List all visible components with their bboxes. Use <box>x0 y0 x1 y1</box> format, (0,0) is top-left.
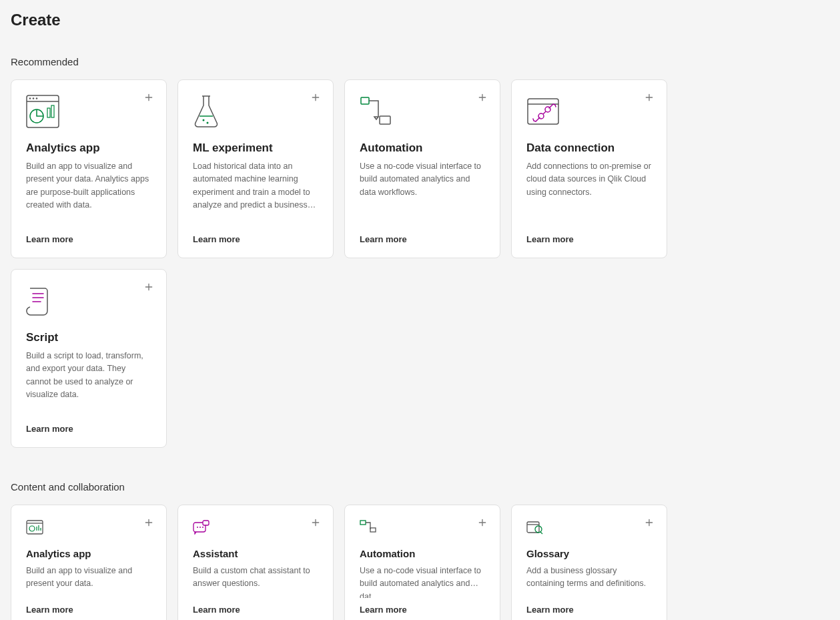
recommended-row: Analytics app Build an app to visualize … <box>11 79 829 448</box>
card-title: Automation <box>360 141 485 155</box>
add-script-button[interactable] <box>141 279 157 295</box>
card-glossary[interactable]: Glossary Add a business glossary contain… <box>511 505 667 620</box>
add-assistant-button[interactable] <box>308 515 324 531</box>
card-title: Analytics app <box>26 548 151 559</box>
learn-more-link[interactable]: Learn more <box>360 234 485 244</box>
data-connection-icon <box>526 95 652 132</box>
add-data-connection-button[interactable] <box>641 89 657 105</box>
card-desc: Add connections to on-premise or cloud d… <box>526 160 652 228</box>
card-data-connection[interactable]: Data connection Add connections to on-pr… <box>511 79 667 258</box>
learn-more-link[interactable]: Learn more <box>360 605 485 615</box>
card-desc: Build a script to load, transform, and e… <box>26 350 151 417</box>
learn-more-link[interactable]: Learn more <box>193 234 318 244</box>
card-desc: Load historical data into an automated m… <box>193 160 318 228</box>
card-title: Analytics app <box>26 141 151 155</box>
learn-more-link[interactable]: Learn more <box>526 605 652 615</box>
section-recommended-title: Recommended <box>11 56 829 67</box>
script-icon <box>26 284 151 322</box>
analytics-app-icon <box>26 95 151 132</box>
card-title: ML experiment <box>193 141 318 155</box>
assistant-icon <box>193 520 318 540</box>
add-automation-button[interactable] <box>474 89 490 105</box>
learn-more-link[interactable]: Learn more <box>526 234 652 244</box>
card-assistant[interactable]: Assistant Build a custom chat assistant … <box>177 505 334 620</box>
card-desc: Build an app to visualize and present yo… <box>26 565 151 598</box>
automation-icon <box>360 95 485 132</box>
card-title: Assistant <box>193 548 318 559</box>
card-ml-experiment[interactable]: ML experiment Load historical data into … <box>177 79 334 258</box>
card-title: Automation <box>360 548 485 559</box>
analytics-app-small-icon <box>26 520 151 540</box>
section-content-title: Content and collaboration <box>11 481 829 493</box>
add-ml-experiment-button[interactable] <box>308 89 324 105</box>
card-automation[interactable]: Automation Use a no-code visual interfac… <box>344 79 500 258</box>
card-desc: Use a no-code visual interface to build … <box>360 160 485 228</box>
learn-more-link[interactable]: Learn more <box>26 424 151 434</box>
flask-icon <box>193 95 318 132</box>
card-desc: Use a no-code visual interface to build … <box>360 565 485 598</box>
add-automation-button[interactable] <box>474 515 490 531</box>
add-analytics-app-button[interactable] <box>141 89 157 105</box>
card-title: Data connection <box>526 141 652 155</box>
card-title: Script <box>26 331 151 344</box>
card-title: Glossary <box>526 548 652 559</box>
card-desc: Build an app to visualize and present yo… <box>26 160 151 228</box>
add-glossary-button[interactable] <box>641 515 657 531</box>
card-desc: Add a business glossary containing terms… <box>526 565 652 598</box>
card-script[interactable]: Script Build a script to load, transform… <box>11 269 167 448</box>
card-analytics-app-sm[interactable]: Analytics app Build an app to visualize … <box>11 505 167 620</box>
page-title: Create <box>11 11 829 29</box>
card-automation-sm[interactable]: Automation Use a no-code visual interfac… <box>344 505 500 620</box>
automation-small-icon <box>360 520 485 540</box>
learn-more-link[interactable]: Learn more <box>193 605 318 615</box>
card-analytics-app[interactable]: Analytics app Build an app to visualize … <box>11 79 167 258</box>
content-row-1: Analytics app Build an app to visualize … <box>11 505 829 620</box>
card-desc: Build a custom chat assistant to answer … <box>193 565 318 598</box>
learn-more-link[interactable]: Learn more <box>26 605 151 615</box>
glossary-icon <box>526 520 652 540</box>
add-analytics-app-button[interactable] <box>141 515 157 531</box>
learn-more-link[interactable]: Learn more <box>26 234 151 244</box>
